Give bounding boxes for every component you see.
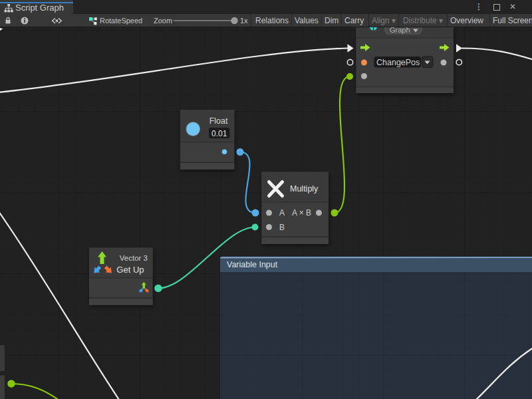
svg-text:A × B: A × B bbox=[292, 208, 311, 217]
svg-text:Multiply: Multiply bbox=[290, 184, 319, 194]
svg-text:B: B bbox=[279, 223, 285, 232]
svg-text:Float: Float bbox=[209, 116, 228, 126]
svg-text:Variable Input: Variable Input bbox=[227, 260, 278, 269]
svg-text:A: A bbox=[279, 208, 285, 217]
svg-text:Get Up: Get Up bbox=[116, 265, 144, 275]
svg-text:Vector 3: Vector 3 bbox=[120, 254, 148, 262]
svg-text:ChangePos: ChangePos bbox=[376, 58, 420, 67]
svg-text:0.01: 0.01 bbox=[211, 129, 227, 138]
